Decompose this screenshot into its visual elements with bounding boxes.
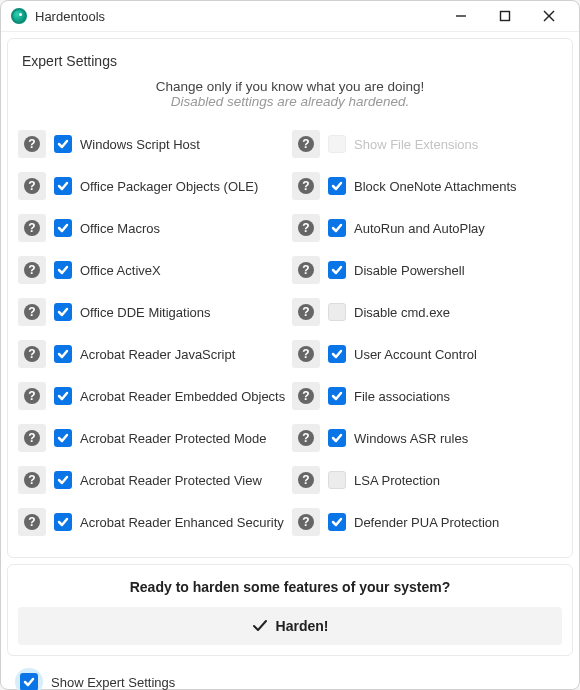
window-maximize-button[interactable] xyxy=(483,1,527,31)
help-button[interactable]: ? xyxy=(292,298,320,326)
help-button[interactable]: ? xyxy=(292,172,320,200)
help-button[interactable]: ? xyxy=(18,214,46,242)
setting-label: Acrobat Reader Protected View xyxy=(80,473,262,488)
question-icon: ? xyxy=(297,513,315,531)
check-icon xyxy=(57,222,69,234)
setting-row: ?Acrobat Reader JavaScript xyxy=(18,333,288,375)
svg-text:?: ? xyxy=(302,389,309,403)
setting-checkbox[interactable] xyxy=(328,261,346,279)
setting-label: Disable cmd.exe xyxy=(354,305,450,320)
close-icon xyxy=(543,10,555,22)
svg-text:?: ? xyxy=(28,389,35,403)
question-icon: ? xyxy=(297,471,315,489)
show-expert-checkbox-halo[interactable] xyxy=(15,668,43,690)
svg-text:?: ? xyxy=(302,305,309,319)
setting-row: ?LSA Protection xyxy=(292,459,562,501)
setting-checkbox[interactable] xyxy=(328,387,346,405)
setting-checkbox[interactable] xyxy=(328,513,346,531)
setting-checkbox[interactable] xyxy=(54,303,72,321)
setting-row: ?AutoRun and AutoPlay xyxy=(292,207,562,249)
harden-button[interactable]: Harden! xyxy=(18,607,562,645)
show-expert-checkbox[interactable] xyxy=(20,673,38,690)
help-button[interactable]: ? xyxy=(292,340,320,368)
help-button[interactable]: ? xyxy=(292,382,320,410)
svg-text:?: ? xyxy=(302,221,309,235)
setting-checkbox[interactable] xyxy=(54,513,72,531)
setting-label: LSA Protection xyxy=(354,473,440,488)
help-button[interactable]: ? xyxy=(18,256,46,284)
window-minimize-button[interactable] xyxy=(439,1,483,31)
setting-checkbox[interactable] xyxy=(54,261,72,279)
help-button[interactable]: ? xyxy=(292,130,320,158)
setting-checkbox[interactable] xyxy=(54,345,72,363)
setting-checkbox xyxy=(328,135,346,153)
setting-checkbox[interactable] xyxy=(328,303,346,321)
help-button[interactable]: ? xyxy=(292,466,320,494)
help-button[interactable]: ? xyxy=(292,214,320,242)
setting-label: User Account Control xyxy=(354,347,477,362)
help-button[interactable]: ? xyxy=(18,130,46,158)
setting-checkbox[interactable] xyxy=(54,429,72,447)
svg-text:?: ? xyxy=(28,431,35,445)
setting-label: Show File Extensions xyxy=(354,137,478,152)
action-panel: Ready to harden some features of your sy… xyxy=(7,564,573,656)
help-button[interactable]: ? xyxy=(292,508,320,536)
setting-row: ?Windows ASR rules xyxy=(292,417,562,459)
check-icon xyxy=(57,390,69,402)
minimize-icon xyxy=(455,10,467,22)
setting-checkbox[interactable] xyxy=(54,471,72,489)
setting-row: ?Acrobat Reader Embedded Objects xyxy=(18,375,288,417)
svg-text:?: ? xyxy=(28,263,35,277)
help-button[interactable]: ? xyxy=(292,256,320,284)
check-icon xyxy=(57,516,69,528)
question-icon: ? xyxy=(23,261,41,279)
setting-checkbox[interactable] xyxy=(328,471,346,489)
svg-text:?: ? xyxy=(28,137,35,151)
svg-text:?: ? xyxy=(302,263,309,277)
help-button[interactable]: ? xyxy=(292,424,320,452)
setting-row: ?Acrobat Reader Protected Mode xyxy=(18,417,288,459)
settings-grid: ?Windows Script Host?Show File Extension… xyxy=(18,123,562,543)
check-icon xyxy=(331,222,343,234)
setting-checkbox[interactable] xyxy=(328,429,346,447)
setting-row: ?Office DDE Mitigations xyxy=(18,291,288,333)
setting-label: Windows Script Host xyxy=(80,137,200,152)
help-button[interactable]: ? xyxy=(18,172,46,200)
question-icon: ? xyxy=(297,261,315,279)
window-close-button[interactable] xyxy=(527,1,571,31)
help-button[interactable]: ? xyxy=(18,298,46,326)
svg-text:?: ? xyxy=(302,137,309,151)
help-button[interactable]: ? xyxy=(18,508,46,536)
svg-text:?: ? xyxy=(302,515,309,529)
help-button[interactable]: ? xyxy=(18,382,46,410)
check-icon xyxy=(331,516,343,528)
setting-row: ?Office Packager Objects (OLE) xyxy=(18,165,288,207)
check-icon xyxy=(331,348,343,360)
setting-checkbox[interactable] xyxy=(54,387,72,405)
check-icon xyxy=(331,390,343,402)
check-icon xyxy=(57,306,69,318)
app-name: Hardentools xyxy=(35,9,105,24)
setting-label: Block OneNote Attachments xyxy=(354,179,517,194)
setting-label: File associations xyxy=(354,389,450,404)
setting-label: Office Packager Objects (OLE) xyxy=(80,179,258,194)
setting-label: Acrobat Reader Enhanced Security xyxy=(80,515,284,530)
help-button[interactable]: ? xyxy=(18,340,46,368)
setting-checkbox[interactable] xyxy=(54,177,72,195)
expert-settings-panel: Expert Settings Change only if you know … xyxy=(7,38,573,558)
warning-line-1: Change only if you know what you are doi… xyxy=(18,79,562,94)
check-icon xyxy=(252,618,268,634)
help-button[interactable]: ? xyxy=(18,466,46,494)
question-icon: ? xyxy=(297,177,315,195)
setting-checkbox[interactable] xyxy=(54,219,72,237)
check-icon xyxy=(331,264,343,276)
setting-checkbox[interactable] xyxy=(54,135,72,153)
footer: Show Expert Settings xyxy=(7,662,573,690)
setting-checkbox[interactable] xyxy=(328,345,346,363)
setting-checkbox[interactable] xyxy=(328,219,346,237)
setting-checkbox[interactable] xyxy=(328,177,346,195)
setting-label: Disable Powershell xyxy=(354,263,465,278)
setting-row: ?Defender PUA Protection xyxy=(292,501,562,543)
help-button[interactable]: ? xyxy=(18,424,46,452)
question-icon: ? xyxy=(297,345,315,363)
